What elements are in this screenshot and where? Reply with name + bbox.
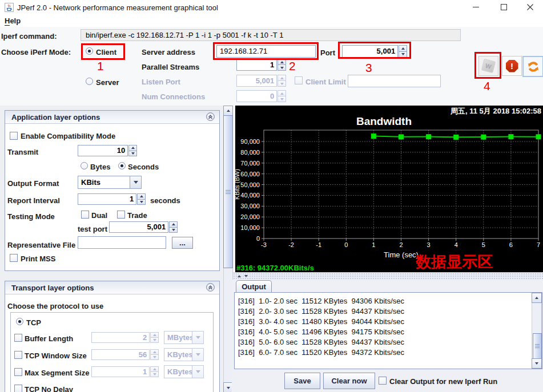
max-segment-checkbox[interactable] xyxy=(14,368,22,376)
listen-port-label: Listen Port xyxy=(142,78,180,86)
data-point-marker xyxy=(426,134,431,139)
report-interval-unit-label: seconds xyxy=(150,196,180,205)
trade-checkbox[interactable] xyxy=(117,211,125,219)
splitter-up-icon[interactable] xyxy=(238,275,241,277)
print-mss-label[interactable]: Print MSS xyxy=(21,254,55,263)
spinner-down-icon[interactable] xyxy=(128,151,137,157)
collapse-icon[interactable] xyxy=(206,283,215,292)
server-radio-label[interactable]: Server xyxy=(96,78,119,87)
y-tick-label: 10,000 xyxy=(240,224,260,231)
x-tick-label: 0 xyxy=(344,241,348,248)
spinner-down-icon[interactable] xyxy=(169,227,178,233)
output-scroll-down-button[interactable] xyxy=(532,358,542,369)
iperf-command-field[interactable]: bin/iperf.exe -c 192.168.12.71 -P 1 -i 1… xyxy=(81,29,461,41)
transmit-label: Transmit xyxy=(7,148,38,156)
java-app-icon xyxy=(5,3,14,12)
window-title: JPerf 2.0 - Network performance measurem… xyxy=(17,3,218,12)
menu-help[interactable]: Help xyxy=(5,17,21,25)
dual-label[interactable]: Dual xyxy=(91,211,107,220)
listen-port-spinner: 5,001 xyxy=(236,75,286,87)
bytes-radio-label[interactable]: Bytes xyxy=(90,163,110,171)
combo-arrow-icon xyxy=(192,366,203,378)
output-textarea[interactable]: [316] 1.0- 2.0 sec 11512 KBytes 94306 Kb… xyxy=(234,292,542,369)
bandwidth-chart: 010,00020,00030,00040,00050,00060,00070,… xyxy=(235,106,543,272)
print-mss-checkbox[interactable] xyxy=(10,254,18,262)
application-layer-header[interactable]: Application layer options xyxy=(5,111,219,124)
spinner-down-icon[interactable] xyxy=(137,199,146,205)
browse-file-button[interactable]: ... xyxy=(172,237,193,249)
close-icon[interactable] xyxy=(527,4,533,10)
scroll-up-button[interactable] xyxy=(223,106,233,116)
x-tick-label: 4 xyxy=(454,241,458,248)
restart-iperf-button[interactable] xyxy=(522,56,543,77)
save-button[interactable]: Save xyxy=(284,373,320,389)
maximize-icon[interactable] xyxy=(501,4,507,10)
parallel-streams-spinner[interactable]: 1 xyxy=(236,59,286,71)
enable-compatibility-checkbox[interactable] xyxy=(10,132,18,140)
transmit-spinner[interactable]: 10 xyxy=(78,145,137,156)
client-radio[interactable] xyxy=(86,47,93,55)
run-iperf-button[interactable]: W xyxy=(478,56,498,76)
buffer-length-label[interactable]: Buffer Length xyxy=(25,334,73,343)
max-segment-label[interactable]: Max Segment Size xyxy=(25,369,89,377)
tcp-radio-label[interactable]: TCP xyxy=(26,318,41,327)
clear-output-label[interactable]: Clear Output for new Iperf Run xyxy=(389,377,497,386)
x-tick-label: -3 xyxy=(261,241,267,248)
horizontal-splitter[interactable] xyxy=(233,272,543,280)
tcp-window-checkbox[interactable] xyxy=(14,351,22,359)
report-interval-spinner[interactable]: 1 xyxy=(78,193,146,205)
jperf-window: JPerf 2.0 - Network performance measurem… xyxy=(0,0,543,392)
spinner-down-icon[interactable] xyxy=(399,51,407,58)
tcp-no-delay-label[interactable]: TCP No Delay xyxy=(25,385,73,392)
seconds-radio-label[interactable]: Seconds xyxy=(128,163,159,171)
clear-now-button[interactable]: Clear now xyxy=(323,373,375,389)
buffer-length-checkbox[interactable] xyxy=(14,334,22,342)
splitter-down-icon[interactable] xyxy=(244,275,248,277)
client-radio-label[interactable]: Client xyxy=(96,48,116,56)
output-scrollbar-thumb[interactable] xyxy=(533,333,542,359)
collapse-icon[interactable] xyxy=(206,112,215,121)
server-address-field[interactable]: 192.168.12.71 xyxy=(216,45,316,58)
minimize-icon[interactable] xyxy=(473,7,479,7)
representative-file-field[interactable] xyxy=(78,236,166,249)
tcp-no-delay-checkbox[interactable] xyxy=(14,385,22,392)
trade-label[interactable]: Trade xyxy=(127,211,147,220)
output-tab[interactable]: Output xyxy=(236,280,272,293)
spinner-down-icon[interactable] xyxy=(277,64,286,71)
num-connections-spinner: 0 xyxy=(236,90,286,102)
spinner-down-icon xyxy=(277,80,286,87)
combo-arrow-icon xyxy=(192,332,203,343)
output-format-combo[interactable]: KBits xyxy=(78,176,142,189)
test-port-label: test port xyxy=(78,225,107,233)
x-tick-label: 5 xyxy=(482,241,485,248)
clear-output-checkbox[interactable] xyxy=(379,377,387,385)
refresh-icon xyxy=(526,60,540,74)
y-tick-label: 0 xyxy=(256,235,260,242)
output-line: [316] 4.0- 5.0 sec 11496 KBytes 94175 Kb… xyxy=(238,327,404,337)
report-interval-label: Report Interval xyxy=(7,196,60,205)
port-label: Port xyxy=(320,49,335,57)
application-layer-title: Application layer options xyxy=(11,113,100,122)
data-point-marker xyxy=(371,134,376,139)
enable-compatibility-label[interactable]: Enable Compatibility Mode xyxy=(21,132,115,140)
port-spinner[interactable]: 5,001 xyxy=(342,45,407,58)
output-line: [316] 1.0- 2.0 sec 11512 KBytes 94306 Kb… xyxy=(238,296,404,306)
transport-layer-header[interactable]: Transport layer options xyxy=(5,281,219,294)
stop-icon: ! xyxy=(506,60,518,72)
seconds-radio[interactable] xyxy=(118,162,126,169)
annotation-number-1: 1 xyxy=(97,59,104,73)
x-tick-label: 6 xyxy=(509,241,513,248)
server-radio[interactable] xyxy=(86,78,93,85)
choose-mode-label: Choose iPerf Mode: xyxy=(1,48,71,56)
dual-checkbox[interactable] xyxy=(81,211,89,219)
output-scroll-up-button[interactable] xyxy=(532,293,542,303)
left-scrollbar-thumb[interactable] xyxy=(223,115,233,268)
tcp-window-label[interactable]: TCP Window Size xyxy=(25,351,87,360)
y-tick-label: 90,000 xyxy=(240,138,260,145)
combo-arrow-icon[interactable] xyxy=(130,176,141,188)
test-port-spinner[interactable]: 5,001 xyxy=(109,221,178,233)
tcp-radio[interactable] xyxy=(16,318,23,325)
bytes-radio[interactable] xyxy=(81,162,88,169)
stop-iperf-button[interactable]: ! xyxy=(502,56,522,76)
server-address-label: Server address xyxy=(142,48,195,56)
